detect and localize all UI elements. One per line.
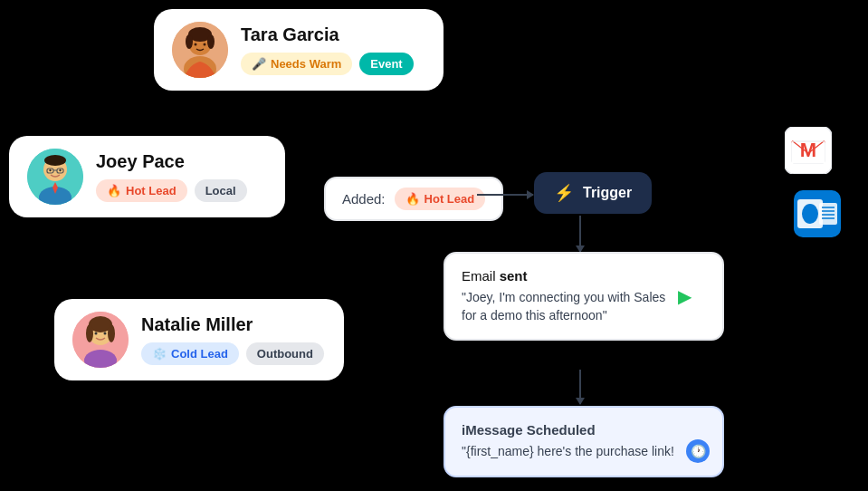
tara-badges: 🎤 Needs Warm Event (241, 53, 414, 75)
send-icon: ▶ (678, 285, 692, 307)
joey-badge-local: Local (195, 179, 247, 202)
joey-card-info: Joey Pace 🔥 Hot Lead Local (96, 151, 247, 202)
svg-point-4 (186, 34, 193, 49)
arrow-trigger-to-email (579, 216, 581, 252)
avatar-natalie (72, 312, 129, 368)
email-card: Email sent "Joey, I'm connecting you wit… (444, 252, 724, 341)
avatar-joey (27, 149, 83, 205)
svg-point-23 (95, 332, 98, 335)
natalie-name: Natalie Miller (141, 314, 324, 335)
joey-badges: 🔥 Hot Lead Local (96, 179, 247, 202)
svg-point-7 (204, 43, 206, 46)
trigger-label: Trigger (583, 185, 632, 201)
svg-rect-31 (819, 203, 837, 225)
svg-point-22 (108, 324, 115, 342)
svg-point-24 (104, 332, 107, 335)
joey-name: Joey Pace (96, 151, 247, 172)
tara-badge-event: Event (359, 53, 413, 75)
svg-point-30 (802, 204, 818, 224)
natalie-badges: ❄️ Cold Lead Outbound (141, 342, 324, 365)
email-card-header: Email sent (462, 268, 677, 284)
svg-text:M: M (800, 139, 816, 161)
tara-card-info: Tara Garcia 🎤 Needs Warm Event (241, 24, 414, 75)
added-hot-lead-box: Added: 🔥 Hot Lead (324, 177, 503, 221)
bolt-icon: ⚡ (554, 183, 574, 203)
outlook-icon (794, 190, 841, 237)
natalie-card-info: Natalie Miller ❄️ Cold Lead Outbound (141, 314, 324, 365)
imessage-header: iMessage Scheduled (462, 422, 706, 438)
added-hot-badge: 🔥 Hot Lead (395, 188, 486, 210)
email-card-body: "Joey, I'm connecting you with Sales for… (462, 289, 677, 324)
avatar-tara (172, 22, 228, 78)
imessage-card: iMessage Scheduled "{first_name} here's … (444, 406, 724, 477)
svg-point-5 (207, 34, 215, 49)
arrow-email-to-imessage (579, 370, 581, 404)
clock-icon: 🕐 (686, 439, 710, 463)
svg-point-21 (86, 324, 93, 342)
svg-point-6 (195, 43, 197, 46)
svg-point-15 (49, 169, 51, 171)
gmail-icon: M (785, 127, 832, 174)
natalie-badge-outbound: Outbound (246, 342, 324, 365)
joey-badge-hot: 🔥 Hot Lead (96, 179, 187, 202)
svg-point-16 (59, 169, 61, 171)
svg-point-11 (44, 155, 66, 166)
arrow-to-trigger (477, 194, 533, 196)
trigger-box: ⚡ Trigger (534, 172, 652, 214)
contact-card-joey: Joey Pace 🔥 Hot Lead Local (9, 136, 285, 217)
email-sent-bold: sent (500, 268, 528, 284)
natalie-badge-cold: ❄️ Cold Lead (141, 342, 239, 365)
added-label: Added: (342, 191, 386, 207)
tara-badge-warm: 🎤 Needs Warm (241, 53, 352, 75)
tara-name: Tara Garcia (241, 24, 414, 45)
contact-card-tara: Tara Garcia 🎤 Needs Warm Event (154, 9, 444, 91)
imessage-body: "{first_name} here's the purchase link! (462, 443, 706, 461)
contact-card-natalie: Natalie Miller ❄️ Cold Lead Outbound (54, 299, 344, 380)
email-card-inner: Email sent "Joey, I'm connecting you wit… (462, 268, 706, 324)
